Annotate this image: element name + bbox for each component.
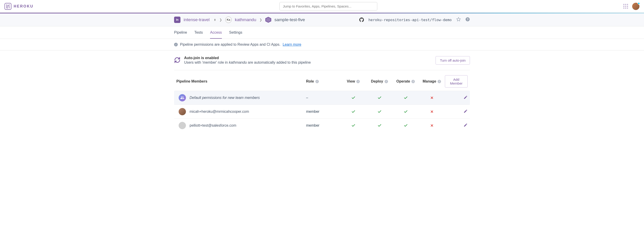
member-avatar: [179, 108, 186, 115]
team-badge-icon: In: [174, 16, 180, 23]
info-text: Pipeline permissions are applied to Revi…: [180, 42, 280, 47]
col-header-operate: Operatei: [392, 79, 419, 83]
perm-view: [340, 110, 366, 114]
tabs: PipelineTestsAccessSettings: [174, 26, 470, 39]
help-icon[interactable]: ?: [465, 17, 470, 22]
info-hint-icon[interactable]: i: [412, 80, 415, 83]
member-name: Default permissions for new team members: [190, 96, 260, 100]
turn-off-autojoin-button[interactable]: Turn off auto-join: [436, 56, 470, 65]
member-role: –: [306, 96, 340, 100]
perm-operate: [392, 110, 419, 114]
star-icon[interactable]: [456, 17, 461, 22]
member-role: member: [306, 123, 340, 128]
members-table-body: Default permissions for new team members…: [174, 91, 470, 132]
info-bar: i Pipeline permissions are applied to Re…: [0, 39, 644, 50]
info-hint-icon[interactable]: i: [316, 80, 319, 83]
app-hex-icon: [265, 17, 271, 23]
search-wrap: [34, 2, 623, 10]
breadcrumb-team[interactable]: intense-travel: [184, 17, 210, 22]
github-repo-link[interactable]: heroku-repositories-api-test/flow-demo: [368, 18, 452, 22]
member-name: pelliott+test@salesforce.com: [190, 123, 236, 128]
autojoin-section: Auto-join is enabled Users with 'member'…: [174, 56, 470, 70]
edit-icon[interactable]: [464, 123, 468, 128]
member-role: member: [306, 110, 340, 114]
perm-operate: [392, 96, 419, 100]
info-hint-icon[interactable]: i: [384, 80, 388, 83]
svg-marker-0: [457, 17, 460, 21]
top-header: HEROKU: [0, 0, 644, 13]
tab-pipeline[interactable]: Pipeline: [174, 30, 187, 39]
heroku-logo[interactable]: HEROKU: [4, 3, 34, 10]
col-header-member: Pipeline Members: [174, 79, 306, 83]
team-switcher-icon[interactable]: ▲▼: [214, 19, 216, 21]
brand-text: HEROKU: [14, 4, 34, 8]
info-icon: i: [174, 43, 178, 46]
perm-manage: [419, 110, 445, 113]
breadcrumb-space[interactable]: kathmandu: [235, 17, 256, 22]
heroku-logo-icon: [4, 3, 12, 10]
tabs-bar: PipelineTestsAccessSettings: [0, 26, 644, 39]
perm-manage: [419, 124, 445, 127]
member-avatar: [179, 122, 186, 129]
svg-text:?: ?: [467, 18, 468, 21]
autojoin-title: Auto-join is enabled: [184, 56, 311, 60]
info-hint-icon[interactable]: i: [438, 80, 441, 83]
col-header-view: Viewi: [340, 79, 366, 83]
github-icon: [359, 17, 364, 22]
autojoin-sub-prefix: Users with 'member' role in: [184, 60, 229, 64]
perm-deploy: [366, 123, 392, 128]
space-badge-icon: Ka: [225, 16, 232, 23]
table-row: Default permissions for new team members…: [174, 91, 470, 105]
search-input[interactable]: [280, 2, 377, 10]
tab-tests[interactable]: Tests: [194, 30, 203, 39]
table-row: micah+heroku@mrmicahcooper.commember: [174, 105, 470, 118]
col-header-role: Rolei: [306, 79, 340, 83]
breadcrumb-right: heroku-repositories-api-test/flow-demo ?: [359, 17, 470, 22]
tab-access[interactable]: Access: [210, 30, 222, 39]
breadcrumb-app: sample-test-five: [274, 17, 305, 22]
notification-dot: [638, 2, 640, 4]
table-row: pelliott+test@salesforce.commember: [174, 118, 470, 132]
sync-icon: [174, 57, 180, 65]
chevron-right-icon: ❯: [219, 18, 222, 21]
autojoin-sub-suffix: are automatically added to this pipeline: [247, 60, 311, 64]
breadcrumb: In intense-travel ▲▼ ❯ Ka kathmandu ❯ sa…: [174, 16, 305, 23]
user-avatar[interactable]: [632, 3, 640, 10]
autojoin-sub-space: kathmandu: [229, 60, 247, 64]
chevron-right-icon: ❯: [260, 18, 262, 21]
apps-grid-icon[interactable]: [623, 4, 628, 9]
edit-icon[interactable]: [464, 95, 468, 100]
perm-deploy: [366, 110, 392, 114]
add-member-button[interactable]: Add Member: [445, 75, 468, 88]
perm-view: [340, 123, 366, 128]
member-name: micah+heroku@mrmicahcooper.com: [190, 110, 249, 114]
perm-operate: [392, 123, 419, 128]
breadcrumb-bar: In intense-travel ▲▼ ❯ Ka kathmandu ❯ sa…: [0, 13, 644, 26]
members-table-header: Pipeline Members Rolei Viewi Deployi Ope…: [174, 70, 470, 91]
col-header-manage: Managei: [419, 79, 445, 83]
header-right: [623, 3, 640, 10]
perm-manage: [419, 96, 445, 100]
tab-settings[interactable]: Settings: [229, 30, 242, 39]
edit-icon[interactable]: [464, 109, 468, 114]
perm-view: [340, 96, 366, 100]
autojoin-subtitle: Users with 'member' role in kathmandu ar…: [184, 60, 311, 65]
info-hint-icon[interactable]: i: [356, 80, 360, 83]
perm-deploy: [366, 96, 392, 100]
col-header-deploy: Deployi: [366, 79, 392, 83]
group-icon: [179, 94, 186, 101]
learn-more-link[interactable]: Learn more: [283, 42, 301, 47]
